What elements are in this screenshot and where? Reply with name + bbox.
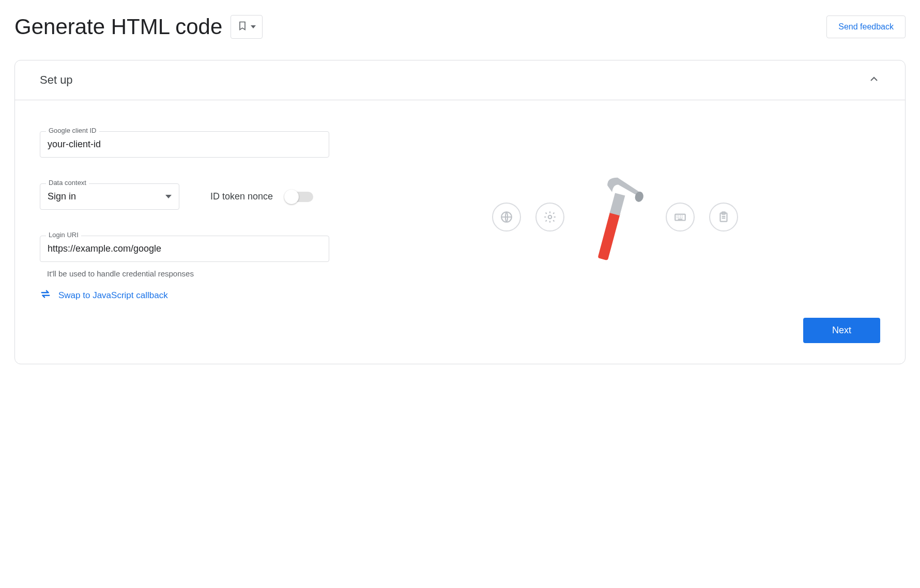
clipboard-icon — [709, 203, 738, 231]
login-uri-label: Login URI — [46, 231, 81, 239]
bookmark-icon — [237, 21, 248, 33]
hammer-icon — [579, 165, 651, 269]
swap-icon — [40, 288, 51, 302]
data-context-label: Data context — [46, 179, 89, 187]
swap-callback-link[interactable]: Swap to JavaScript callback — [40, 288, 329, 302]
panel-title: Set up — [40, 73, 73, 87]
login-uri-field: Login URI — [40, 236, 329, 262]
bookmark-dropdown[interactable] — [231, 15, 263, 39]
panel-header[interactable]: Set up — [15, 60, 905, 100]
login-uri-input[interactable] — [40, 236, 329, 262]
send-feedback-button[interactable]: Send feedback — [826, 16, 906, 38]
caret-down-icon — [251, 25, 256, 28]
swap-link-label: Swap to JavaScript callback — [58, 290, 168, 301]
svg-rect-2 — [597, 210, 620, 260]
svg-rect-3 — [610, 193, 625, 215]
nonce-toggle[interactable] — [285, 192, 313, 202]
login-uri-helper: It'll be used to handle credential respo… — [47, 269, 329, 278]
data-context-value: Sign in — [48, 191, 76, 202]
next-button[interactable]: Next — [803, 318, 880, 343]
caret-down-icon — [165, 195, 172, 198]
client-id-field: Google client ID — [40, 131, 329, 158]
toggle-knob — [284, 190, 299, 204]
page-title: Generate HTML code — [14, 14, 222, 39]
svg-point-1 — [548, 215, 552, 219]
chevron-up-icon — [868, 73, 880, 87]
gear-icon — [535, 203, 564, 231]
nonce-label: ID token nonce — [210, 191, 273, 202]
keyboard-icon — [666, 203, 695, 231]
client-id-input[interactable] — [40, 131, 329, 158]
illustration — [350, 131, 880, 302]
data-context-select[interactable]: Sign in — [40, 183, 179, 210]
client-id-label: Google client ID — [46, 127, 99, 134]
globe-icon — [492, 203, 521, 231]
setup-panel: Set up Google client ID Data context Sig… — [14, 60, 906, 364]
data-context-field: Data context Sign in — [40, 183, 179, 210]
